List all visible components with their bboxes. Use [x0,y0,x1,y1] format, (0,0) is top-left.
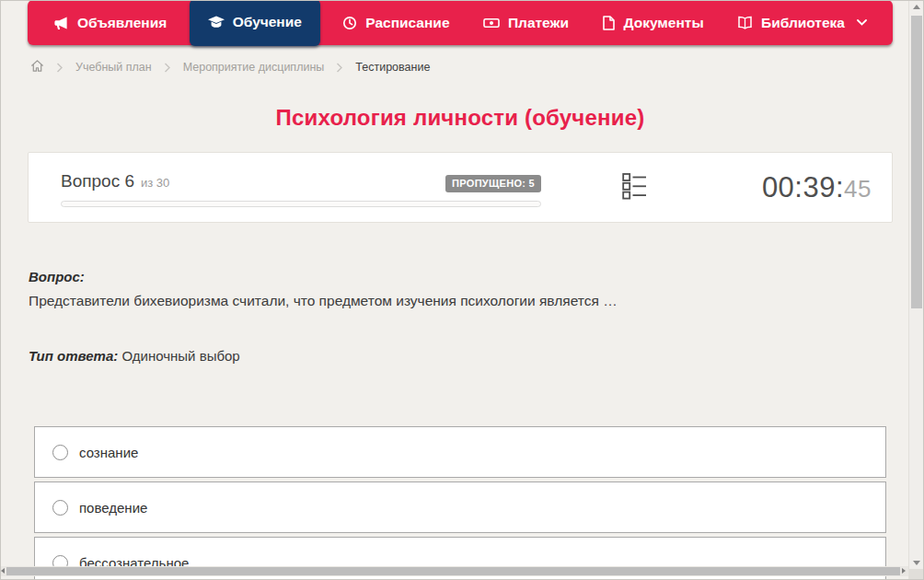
horizontal-scrollbar[interactable] [0,566,908,576]
vertical-scroll-thumb[interactable] [911,16,922,308]
document-icon [602,16,615,30]
answer-type-value: Одиночный выбор [121,348,239,364]
radio-button[interactable] [52,500,68,516]
scroll-down-arrow[interactable] [913,561,920,565]
timer-seconds: 45 [844,175,872,203]
nav-item-documents[interactable]: Документы [591,0,714,45]
nav-item-library[interactable]: Библиотека [726,0,878,45]
answer-options: сознание поведение бессознательное [34,426,886,580]
nav-item-announcements[interactable]: Объявления [42,0,178,45]
nav-item-label: Объявления [77,15,167,31]
option-label: сознание [79,445,138,460]
chevron-right-icon [336,63,343,73]
radio-button[interactable] [52,445,68,460]
nav-item-label: Платежи [508,15,569,31]
book-icon [737,16,753,29]
nav-item-label: Документы [623,15,703,31]
question-number: Вопрос 6 [61,171,134,191]
answer-option-1[interactable]: сознание [34,426,886,478]
timer: 00:39:45 [762,171,872,204]
page-title: Психология личности (обучение) [0,105,920,131]
skipped-badge: ПРОПУЩЕНО: 5 [445,175,541,192]
clock-icon [342,16,357,30]
breadcrumb-discipline-event[interactable]: Мероприятие дисциплины [183,61,325,74]
quiz-status-panel: Вопрос 6 из 30 ПРОПУЩЕНО: 5 00:39:45 [28,152,893,223]
scroll-left-arrow[interactable] [1,568,5,574]
banknote-icon [483,16,500,30]
answer-type-label: Тип ответа: [29,348,118,364]
chevron-down-icon [857,19,867,26]
breadcrumb-testing: Тестирование [355,61,430,74]
answer-type-line: Тип ответа: Одиночный выбор [29,348,240,364]
horizontal-scroll-thumb[interactable] [6,567,900,575]
option-label: поведение [79,500,147,516]
question-list-button[interactable] [622,171,647,203]
nav-item-label: Библиотека [761,15,845,31]
chevron-right-icon [56,63,64,73]
answer-option-2[interactable]: поведение [34,481,886,533]
scroll-right-arrow[interactable] [902,568,906,574]
home-icon[interactable] [30,59,44,75]
nav-item-payments[interactable]: Платежи [472,0,580,45]
progress-bar [61,201,541,207]
nav-item-label: Обучение [233,14,302,30]
nav-item-label: Расписание [365,15,449,31]
question-progress-block: Вопрос 6 из 30 ПРОПУЩЕНО: 5 [29,168,541,207]
breadcrumb: Учебный план Мероприятие дисциплины Тест… [30,58,430,76]
timer-main: 00:39: [762,171,844,203]
breadcrumb-curriculum[interactable]: Учебный план [75,61,152,74]
question-text: Представители бихевиоризма считали, что … [29,292,884,310]
megaphone-icon [53,16,69,30]
question-total: из 30 [141,176,169,190]
question-list-icon [622,190,647,203]
nav-item-learning[interactable]: Обучение [190,0,320,46]
question-label: Вопрос: [29,269,85,284]
nav-item-schedule[interactable]: Расписание [331,0,460,45]
scrollbar-corner [909,569,924,580]
vertical-scrollbar[interactable] [908,0,924,580]
chevron-right-icon [164,63,171,73]
main-navbar: Объявления Обучение Расписание Платежи Д… [28,0,893,45]
graduation-cap-icon [208,16,225,29]
scroll-up-arrow[interactable] [913,5,920,9]
